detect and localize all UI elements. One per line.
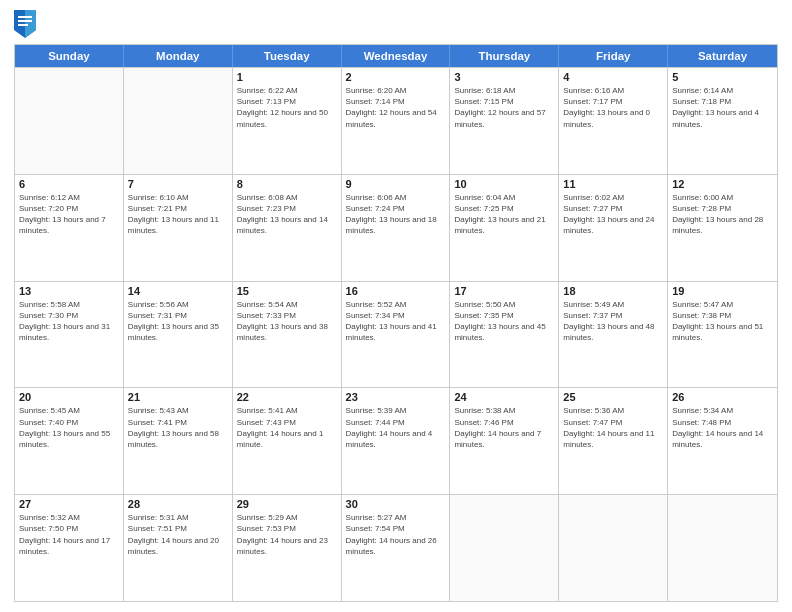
cell-info: Sunrise: 6:02 AMSunset: 7:27 PMDaylight:…	[563, 192, 663, 237]
cell-info: Sunrise: 5:38 AMSunset: 7:46 PMDaylight:…	[454, 405, 554, 450]
cell-date-number: 26	[672, 391, 773, 403]
cell-info: Sunrise: 5:50 AMSunset: 7:35 PMDaylight:…	[454, 299, 554, 344]
cal-cell	[668, 495, 777, 601]
cell-info: Sunrise: 5:32 AMSunset: 7:50 PMDaylight:…	[19, 512, 119, 557]
cell-info: Sunrise: 5:54 AMSunset: 7:33 PMDaylight:…	[237, 299, 337, 344]
cell-date-number: 8	[237, 178, 337, 190]
cal-cell: 17Sunrise: 5:50 AMSunset: 7:35 PMDayligh…	[450, 282, 559, 388]
cell-info: Sunrise: 6:16 AMSunset: 7:17 PMDaylight:…	[563, 85, 663, 130]
cal-cell: 25Sunrise: 5:36 AMSunset: 7:47 PMDayligh…	[559, 388, 668, 494]
cell-date-number: 25	[563, 391, 663, 403]
day-header-monday: Monday	[124, 45, 233, 67]
cell-info: Sunrise: 5:58 AMSunset: 7:30 PMDaylight:…	[19, 299, 119, 344]
cell-info: Sunrise: 6:10 AMSunset: 7:21 PMDaylight:…	[128, 192, 228, 237]
calendar-header: SundayMondayTuesdayWednesdayThursdayFrid…	[15, 45, 777, 67]
day-header-saturday: Saturday	[668, 45, 777, 67]
cell-info: Sunrise: 5:29 AMSunset: 7:53 PMDaylight:…	[237, 512, 337, 557]
cell-date-number: 24	[454, 391, 554, 403]
cell-date-number: 27	[19, 498, 119, 510]
cell-info: Sunrise: 5:27 AMSunset: 7:54 PMDaylight:…	[346, 512, 446, 557]
cell-date-number: 9	[346, 178, 446, 190]
cal-cell: 11Sunrise: 6:02 AMSunset: 7:27 PMDayligh…	[559, 175, 668, 281]
cal-cell	[15, 68, 124, 174]
cell-date-number: 17	[454, 285, 554, 297]
week-row-4: 20Sunrise: 5:45 AMSunset: 7:40 PMDayligh…	[15, 387, 777, 494]
cell-info: Sunrise: 5:41 AMSunset: 7:43 PMDaylight:…	[237, 405, 337, 450]
cell-date-number: 12	[672, 178, 773, 190]
cal-cell: 2Sunrise: 6:20 AMSunset: 7:14 PMDaylight…	[342, 68, 451, 174]
cal-cell: 4Sunrise: 6:16 AMSunset: 7:17 PMDaylight…	[559, 68, 668, 174]
cell-info: Sunrise: 5:36 AMSunset: 7:47 PMDaylight:…	[563, 405, 663, 450]
cell-date-number: 29	[237, 498, 337, 510]
svg-marker-2	[18, 16, 32, 18]
day-header-wednesday: Wednesday	[342, 45, 451, 67]
cal-cell: 13Sunrise: 5:58 AMSunset: 7:30 PMDayligh…	[15, 282, 124, 388]
cal-cell: 5Sunrise: 6:14 AMSunset: 7:18 PMDaylight…	[668, 68, 777, 174]
cell-date-number: 20	[19, 391, 119, 403]
cell-date-number: 16	[346, 285, 446, 297]
cell-date-number: 13	[19, 285, 119, 297]
cell-date-number: 11	[563, 178, 663, 190]
svg-marker-4	[18, 24, 28, 26]
cal-cell: 27Sunrise: 5:32 AMSunset: 7:50 PMDayligh…	[15, 495, 124, 601]
cal-cell: 28Sunrise: 5:31 AMSunset: 7:51 PMDayligh…	[124, 495, 233, 601]
cal-cell: 26Sunrise: 5:34 AMSunset: 7:48 PMDayligh…	[668, 388, 777, 494]
cell-date-number: 19	[672, 285, 773, 297]
cell-date-number: 18	[563, 285, 663, 297]
cell-date-number: 6	[19, 178, 119, 190]
cal-cell: 10Sunrise: 6:04 AMSunset: 7:25 PMDayligh…	[450, 175, 559, 281]
cal-cell: 21Sunrise: 5:43 AMSunset: 7:41 PMDayligh…	[124, 388, 233, 494]
cell-info: Sunrise: 5:34 AMSunset: 7:48 PMDaylight:…	[672, 405, 773, 450]
cell-info: Sunrise: 6:12 AMSunset: 7:20 PMDaylight:…	[19, 192, 119, 237]
day-header-thursday: Thursday	[450, 45, 559, 67]
cell-info: Sunrise: 5:43 AMSunset: 7:41 PMDaylight:…	[128, 405, 228, 450]
cal-cell: 22Sunrise: 5:41 AMSunset: 7:43 PMDayligh…	[233, 388, 342, 494]
cell-info: Sunrise: 5:39 AMSunset: 7:44 PMDaylight:…	[346, 405, 446, 450]
day-header-friday: Friday	[559, 45, 668, 67]
cal-cell: 16Sunrise: 5:52 AMSunset: 7:34 PMDayligh…	[342, 282, 451, 388]
week-row-3: 13Sunrise: 5:58 AMSunset: 7:30 PMDayligh…	[15, 281, 777, 388]
cell-info: Sunrise: 6:18 AMSunset: 7:15 PMDaylight:…	[454, 85, 554, 130]
cell-date-number: 5	[672, 71, 773, 83]
cal-cell: 24Sunrise: 5:38 AMSunset: 7:46 PMDayligh…	[450, 388, 559, 494]
cal-cell: 30Sunrise: 5:27 AMSunset: 7:54 PMDayligh…	[342, 495, 451, 601]
cell-info: Sunrise: 5:49 AMSunset: 7:37 PMDaylight:…	[563, 299, 663, 344]
cell-date-number: 4	[563, 71, 663, 83]
cell-info: Sunrise: 5:45 AMSunset: 7:40 PMDaylight:…	[19, 405, 119, 450]
logo-icon	[14, 10, 36, 38]
calendar: SundayMondayTuesdayWednesdayThursdayFrid…	[14, 44, 778, 602]
cal-cell	[124, 68, 233, 174]
cell-date-number: 3	[454, 71, 554, 83]
calendar-body: 1Sunrise: 6:22 AMSunset: 7:13 PMDaylight…	[15, 67, 777, 601]
cell-info: Sunrise: 6:04 AMSunset: 7:25 PMDaylight:…	[454, 192, 554, 237]
week-row-5: 27Sunrise: 5:32 AMSunset: 7:50 PMDayligh…	[15, 494, 777, 601]
cell-info: Sunrise: 5:47 AMSunset: 7:38 PMDaylight:…	[672, 299, 773, 344]
svg-marker-3	[18, 20, 32, 22]
cal-cell: 6Sunrise: 6:12 AMSunset: 7:20 PMDaylight…	[15, 175, 124, 281]
day-header-tuesday: Tuesday	[233, 45, 342, 67]
cal-cell: 23Sunrise: 5:39 AMSunset: 7:44 PMDayligh…	[342, 388, 451, 494]
cell-date-number: 14	[128, 285, 228, 297]
cell-date-number: 21	[128, 391, 228, 403]
cal-cell: 8Sunrise: 6:08 AMSunset: 7:23 PMDaylight…	[233, 175, 342, 281]
cell-date-number: 30	[346, 498, 446, 510]
cal-cell: 29Sunrise: 5:29 AMSunset: 7:53 PMDayligh…	[233, 495, 342, 601]
cell-date-number: 23	[346, 391, 446, 403]
cal-cell: 15Sunrise: 5:54 AMSunset: 7:33 PMDayligh…	[233, 282, 342, 388]
cell-info: Sunrise: 5:56 AMSunset: 7:31 PMDaylight:…	[128, 299, 228, 344]
cell-date-number: 22	[237, 391, 337, 403]
cal-cell: 14Sunrise: 5:56 AMSunset: 7:31 PMDayligh…	[124, 282, 233, 388]
cal-cell: 18Sunrise: 5:49 AMSunset: 7:37 PMDayligh…	[559, 282, 668, 388]
cal-cell: 9Sunrise: 6:06 AMSunset: 7:24 PMDaylight…	[342, 175, 451, 281]
cell-date-number: 10	[454, 178, 554, 190]
logo	[14, 10, 40, 38]
cal-cell: 19Sunrise: 5:47 AMSunset: 7:38 PMDayligh…	[668, 282, 777, 388]
day-header-sunday: Sunday	[15, 45, 124, 67]
cell-date-number: 1	[237, 71, 337, 83]
cell-info: Sunrise: 6:20 AMSunset: 7:14 PMDaylight:…	[346, 85, 446, 130]
cell-info: Sunrise: 6:08 AMSunset: 7:23 PMDaylight:…	[237, 192, 337, 237]
cell-date-number: 28	[128, 498, 228, 510]
cell-info: Sunrise: 6:06 AMSunset: 7:24 PMDaylight:…	[346, 192, 446, 237]
cal-cell	[450, 495, 559, 601]
cal-cell: 7Sunrise: 6:10 AMSunset: 7:21 PMDaylight…	[124, 175, 233, 281]
